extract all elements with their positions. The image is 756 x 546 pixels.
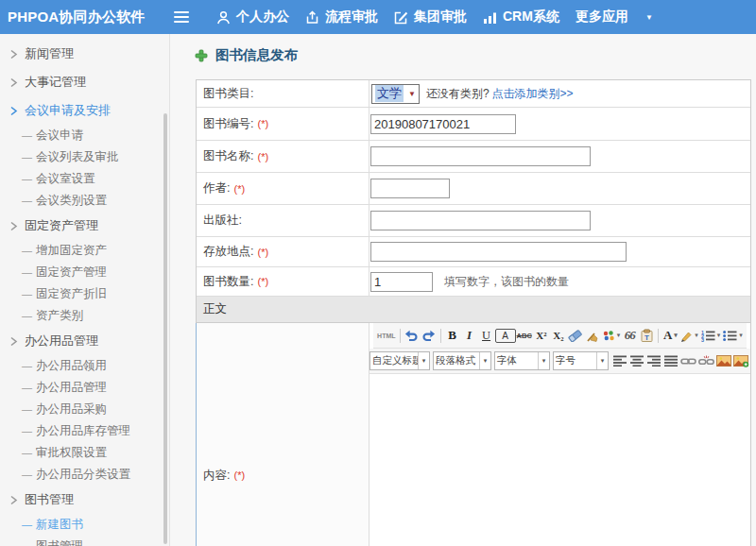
sidebar-item[interactable]: —审批权限设置 bbox=[0, 442, 170, 464]
caret-down-icon: ▾ bbox=[538, 352, 549, 369]
sidebar-scrollbar[interactable] bbox=[163, 113, 167, 544]
unlink-icon[interactable] bbox=[697, 351, 715, 370]
nav-workflow-approval[interactable]: 流程审批 bbox=[302, 9, 381, 26]
app-title: PHPOA协同办公软件 bbox=[0, 9, 170, 26]
dash-icon: — bbox=[22, 536, 32, 546]
sidebar-item[interactable]: —会议室设置 bbox=[0, 168, 170, 190]
nav-group-approval[interactable]: 集团审批 bbox=[391, 9, 470, 26]
dash-icon: — bbox=[22, 514, 32, 536]
nav-personal-office[interactable]: 个人办公 bbox=[214, 9, 292, 26]
person-icon bbox=[216, 10, 231, 25]
dash-icon: — bbox=[22, 377, 32, 399]
highlight-pen-icon[interactable]: ▾ bbox=[679, 326, 699, 345]
sidebar-group-label: 新闻管理 bbox=[25, 46, 74, 60]
html-source-button[interactable]: HTML bbox=[376, 326, 396, 345]
font-size-select[interactable]: 字号▾ bbox=[553, 351, 609, 370]
dash-icon: — bbox=[22, 442, 32, 464]
bold-button[interactable]: B bbox=[444, 326, 461, 345]
sidebar-item[interactable]: —图书管理 bbox=[0, 536, 170, 546]
sidebar-item-label: 图书管理 bbox=[36, 539, 83, 546]
custom-title-select[interactable]: 自定义标题▾ bbox=[369, 351, 430, 370]
quantity-label: 图书数量: bbox=[203, 274, 253, 290]
color-palette-icon[interactable]: ▾ bbox=[601, 326, 622, 345]
sidebar-item[interactable]: —新建图书 bbox=[0, 514, 170, 536]
strikethrough-button[interactable]: ABC bbox=[516, 326, 533, 345]
book-name-input[interactable] bbox=[370, 146, 591, 166]
rich-text-editor: HTMLBIUAABCX²X₂▾66TA▾▾123▾▾ 自定义标题▾段落格式▾字… bbox=[369, 323, 750, 546]
sidebar-item-label: 增加固定资产 bbox=[36, 244, 107, 257]
sidebar-item[interactable]: —办公用品领用 bbox=[0, 355, 170, 377]
book-no-input[interactable] bbox=[370, 114, 516, 134]
nav-more-apps[interactable]: 更多应用▼ bbox=[573, 9, 656, 26]
sidebar-item[interactable]: —固定资产折旧 bbox=[0, 283, 170, 305]
form-row-book-name: 图书名称: (*) bbox=[197, 141, 750, 173]
redo-icon[interactable] bbox=[421, 326, 438, 345]
sidebar-item-label: 办公用品领用 bbox=[36, 359, 107, 372]
nav-crm-system[interactable]: CRM系统 bbox=[480, 9, 562, 26]
align-left-icon[interactable] bbox=[611, 351, 628, 370]
sidebar-group-label: 图书管理 bbox=[25, 492, 74, 506]
superscript-button[interactable]: X² bbox=[533, 326, 550, 345]
category-select[interactable]: 文学 ▼ bbox=[371, 84, 420, 104]
sidebar-item[interactable]: —会议申请 bbox=[0, 125, 170, 146]
sidebar-item[interactable]: —办公用品采购 bbox=[0, 399, 170, 420]
sidebar-group-4[interactable]: 办公用品管理 bbox=[0, 327, 170, 355]
sidebar-item-label: 会议列表及审批 bbox=[36, 150, 119, 163]
sidebar-item[interactable]: —会议列表及审批 bbox=[0, 146, 170, 168]
sidebar-item[interactable]: —办公用品库存管理 bbox=[0, 420, 170, 442]
body-section-header: 正文 bbox=[197, 297, 750, 323]
dash-icon: — bbox=[22, 190, 32, 212]
caret-down-icon: ▾ bbox=[596, 352, 608, 369]
form-row-quantity: 图书数量: (*) 填写数字，该图书的数量 bbox=[197, 267, 750, 297]
sidebar-group-label: 固定资产管理 bbox=[25, 218, 98, 232]
sidebar-item[interactable]: —固定资产管理 bbox=[0, 262, 170, 283]
font-color-button[interactable]: A▾ bbox=[662, 326, 679, 345]
sidebar-item[interactable]: —办公用品分类设置 bbox=[0, 464, 170, 486]
font-border-button[interactable]: A bbox=[495, 329, 516, 343]
chevron-right-icon bbox=[9, 212, 18, 240]
paragraph-format-select[interactable]: 段落格式▾ bbox=[433, 351, 491, 370]
add-category-link[interactable]: 点击添加类别>> bbox=[492, 86, 574, 102]
italic-button[interactable]: I bbox=[461, 326, 478, 345]
subscript-button[interactable]: X₂ bbox=[550, 326, 567, 345]
publisher-input[interactable] bbox=[370, 211, 591, 230]
sidebar-item[interactable]: —增加固定资产 bbox=[0, 240, 170, 262]
sidebar-group-1[interactable]: 大事记管理 bbox=[0, 68, 170, 96]
crm-icon bbox=[483, 11, 497, 24]
nav-label: 集团审批 bbox=[414, 9, 467, 26]
sidebar-item[interactable]: —会议类别设置 bbox=[0, 190, 170, 212]
form-row-content: 内容: (*) HTMLBIUAABCX²X₂▾66TA▾▾123▾▾ 自定义标… bbox=[197, 323, 750, 546]
sidebar-item-label: 会议申请 bbox=[36, 128, 83, 142]
toolbar-separator bbox=[440, 329, 441, 343]
image-add-icon[interactable] bbox=[732, 351, 750, 370]
ordered-list-icon[interactable]: 123▾ bbox=[699, 326, 722, 345]
sidebar-group-3[interactable]: 固定资产管理 bbox=[0, 212, 170, 240]
sidebar-group-2[interactable]: 会议申请及安排 bbox=[0, 96, 170, 125]
undo-icon[interactable] bbox=[404, 326, 421, 345]
clean-format-icon[interactable] bbox=[584, 326, 601, 345]
blockquote-button[interactable]: 66 bbox=[621, 326, 638, 345]
align-center-icon[interactable] bbox=[628, 351, 645, 370]
unordered-list-icon[interactable]: ▾ bbox=[721, 326, 744, 345]
book-no-label: 图书编号: bbox=[203, 116, 253, 132]
paste-text-icon[interactable]: T bbox=[638, 326, 655, 345]
quantity-input[interactable] bbox=[370, 272, 433, 292]
author-input[interactable] bbox=[370, 179, 450, 198]
sidebar-item[interactable]: —办公用品管理 bbox=[0, 377, 170, 399]
font-family-select[interactable]: 字体▾ bbox=[494, 351, 550, 370]
caret-down-icon: ▾ bbox=[695, 332, 698, 339]
chevron-right-icon bbox=[9, 96, 18, 125]
sidebar-group-0[interactable]: 新闻管理 bbox=[0, 40, 170, 68]
image-icon[interactable] bbox=[715, 351, 732, 370]
hamburger-menu-icon[interactable] bbox=[174, 11, 189, 23]
align-justify-icon[interactable] bbox=[662, 351, 679, 370]
underline-button[interactable]: U bbox=[478, 326, 495, 345]
align-right-icon[interactable] bbox=[645, 351, 662, 370]
location-input[interactable] bbox=[370, 242, 627, 262]
sidebar: 新闻管理大事记管理会议申请及安排—会议申请—会议列表及审批—会议室设置—会议类别… bbox=[0, 34, 170, 546]
link-icon[interactable] bbox=[679, 351, 697, 370]
eraser-icon[interactable] bbox=[567, 326, 584, 345]
sidebar-group-5[interactable]: 图书管理 bbox=[0, 486, 170, 514]
sidebar-item[interactable]: —资产类别 bbox=[0, 305, 170, 327]
required-mark: (*) bbox=[257, 276, 268, 287]
